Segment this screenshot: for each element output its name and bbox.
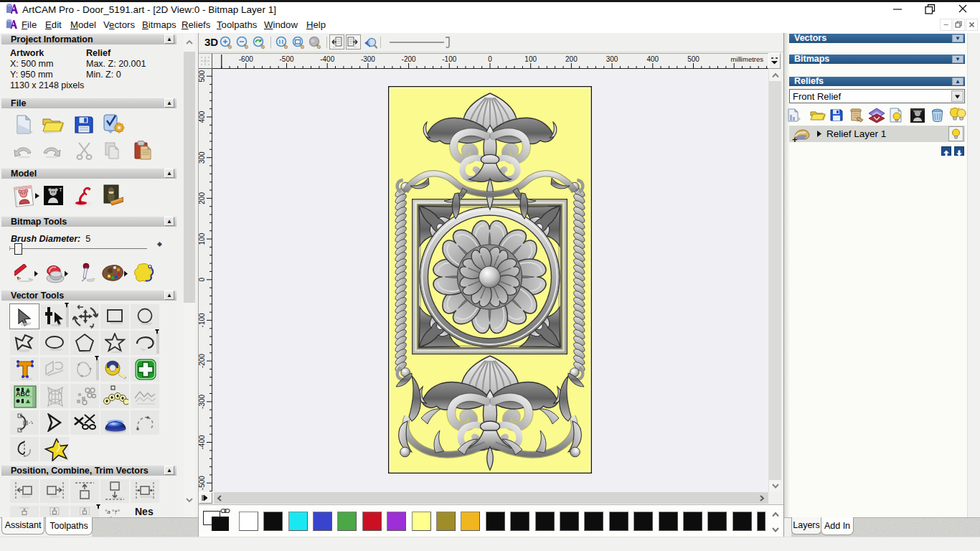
svg-text:-300: -300: [199, 394, 206, 408]
svg-text:500: 500: [199, 70, 206, 82]
svg-text:-400: -400: [199, 435, 206, 449]
svg-text:-400: -400: [320, 55, 334, 63]
svg-text:200: 200: [565, 55, 578, 63]
svg-text:200: 200: [199, 192, 206, 204]
svg-text:-100: -100: [199, 313, 206, 327]
svg-text:-600: -600: [239, 55, 253, 63]
svg-text:-500: -500: [279, 55, 293, 63]
svg-text:300: 300: [606, 55, 618, 63]
svg-text:400: 400: [199, 110, 206, 123]
svg-text:-200: -200: [402, 55, 416, 63]
svg-text:-500: -500: [199, 476, 206, 490]
svg-text:-300: -300: [361, 55, 375, 63]
svg-text:millimetres: millimetres: [731, 55, 764, 63]
svg-text:ABC: ABC: [16, 390, 30, 397]
svg-text:-100: -100: [442, 55, 456, 63]
svg-text:-200: -200: [199, 354, 206, 368]
svg-text:100: 100: [199, 232, 206, 245]
svg-text:°a °†°: °a °†°: [105, 509, 121, 515]
svg-text:400: 400: [646, 55, 659, 63]
svg-text:300: 300: [199, 151, 206, 164]
svg-text:0: 0: [199, 278, 206, 282]
svg-text:T: T: [59, 187, 62, 193]
svg-text:100: 100: [524, 55, 537, 63]
svg-text:500: 500: [687, 55, 699, 63]
svg-text:0: 0: [488, 55, 492, 63]
